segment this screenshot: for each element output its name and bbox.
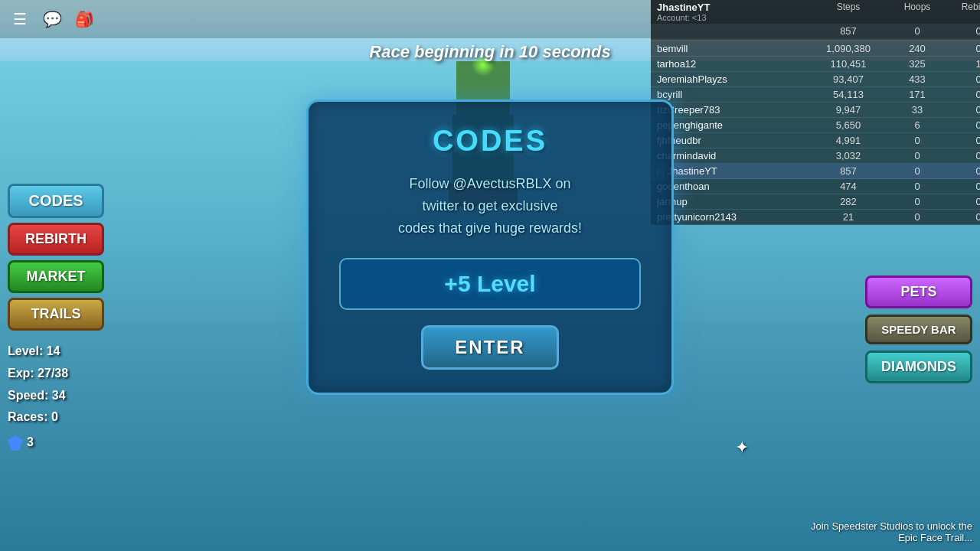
- left-stats: Level: 14 Exp: 27/38 Speed: 34 Races: 0 …: [8, 341, 68, 454]
- lb-header-user: JhastineYT Account: <13: [657, 2, 810, 22]
- pets-button[interactable]: PETS: [865, 276, 972, 308]
- speedy-button[interactable]: SPEEDY BAR: [865, 315, 972, 344]
- player-name: godenthoan: [657, 181, 810, 192]
- leaderboard-row: tarhoa12 110,451 325 1 8: [651, 57, 980, 72]
- player-rebirths: 0: [948, 104, 980, 116]
- diamonds-button[interactable]: DIAMONDS: [865, 350, 972, 383]
- player-rebirths: 0: [948, 165, 980, 177]
- modal-description: Follow @AvectusRBLX ontwitter to get exc…: [339, 173, 641, 239]
- player-steps: 9,947: [810, 104, 887, 116]
- modal-enter-button[interactable]: ENTER: [421, 325, 559, 370]
- left-sidebar: CODES REBIRTH MARKET TRAILS: [8, 184, 104, 331]
- player-name: charmindavid: [657, 150, 810, 161]
- my-username: JhastineYT: [657, 2, 810, 13]
- lb-col-steps: Steps: [810, 2, 887, 22]
- player-steps: 93,407: [810, 73, 887, 85]
- player-steps: 4,991: [810, 135, 887, 146]
- right-sidebar: PETS SPEEDY BAR DIAMONDS: [865, 276, 972, 383]
- leaderboard-row: bemvill 1,090,380 240 0 11: [651, 41, 980, 57]
- player-name: bcyrill: [657, 89, 810, 100]
- player-steps: 1,090,380: [810, 43, 887, 54]
- player-steps: 857: [810, 165, 887, 177]
- player-rebirths: 0: [948, 196, 980, 207]
- player-steps: 474: [810, 181, 887, 192]
- player-hoops: 0: [887, 165, 948, 177]
- leaderboard-row: charmindavid 3,032 0 0 0: [651, 148, 980, 164]
- menu-icon[interactable]: ☰: [8, 7, 32, 31]
- lb-col-rebirths: Rebirths: [948, 2, 980, 22]
- player-steps: 5,650: [810, 119, 887, 131]
- player-username: tarhoa12: [657, 58, 696, 70]
- market-button[interactable]: MARKET: [8, 260, 104, 293]
- leaderboard-row: JeremiahPlayzs 93,407 433 0 0: [651, 72, 980, 87]
- leaderboard-row: bcyrill 54,113 171 0 0: [651, 87, 980, 103]
- player-rebirths: 0: [948, 211, 980, 223]
- player-name: prettyunicorn2143: [657, 211, 810, 223]
- my-rebirths: 0: [948, 25, 980, 37]
- player-rebirths: 0: [948, 150, 980, 161]
- leaderboard-row: [-] JhastineYT 857 0 0 0: [651, 164, 980, 179]
- player-hoops: 240: [887, 43, 948, 54]
- player-rebirths: 0: [948, 135, 980, 146]
- bottom-line2: Epic Face Trail...: [811, 532, 972, 543]
- player-hoops: 6: [887, 119, 948, 131]
- leaderboard-rows: bemvill 1,090,380 240 0 11 tarhoa12 110,…: [651, 41, 980, 225]
- player-hoops: 0: [887, 196, 948, 207]
- speed-stat: Speed: 34: [8, 385, 68, 407]
- player-steps: 110,451: [810, 58, 887, 70]
- my-hoops: 0: [887, 25, 948, 37]
- modal-box[interactable]: CODES Follow @AvectusRBLX ontwitter to g…: [306, 99, 674, 395]
- player-hoops: 433: [887, 73, 948, 85]
- player-steps: 54,113: [810, 89, 887, 100]
- player-rebirths: 0: [948, 119, 980, 131]
- leaderboard-row: jarthup 282 0 0 0: [651, 194, 980, 210]
- leaderboard-panel: JhastineYT Account: <13 Steps Hoops Rebi…: [651, 0, 980, 225]
- player-name: bemvill: [657, 43, 810, 54]
- player-rebirths: 0: [948, 181, 980, 192]
- race-notification: Race beginning in 10 seconds: [369, 42, 610, 62]
- player-hoops: 0: [887, 150, 948, 161]
- leaderboard-row: pepenghigante 5,650 6 0 0: [651, 118, 980, 133]
- player-rebirths: 0: [948, 43, 980, 54]
- player-hoops: 325: [887, 58, 948, 70]
- player-name: JeremiahPlayzs: [657, 73, 810, 85]
- player-hoops: 0: [887, 135, 948, 146]
- level-stat: Level: 14: [8, 341, 68, 363]
- player-name: jarthup: [657, 196, 810, 207]
- leaderboard-row: prettyunicorn2143 21 0 0 0: [651, 210, 980, 225]
- bag-icon[interactable]: 🎒: [72, 7, 96, 31]
- player-name: pepenghigante: [657, 119, 810, 131]
- codes-button[interactable]: CODES: [8, 184, 104, 218]
- player-rebirths: 0: [948, 89, 980, 100]
- my-account: Account: <13: [657, 13, 810, 22]
- player-rebirths: 0: [948, 73, 980, 85]
- bottom-line1: Join Speedster Studios to unlock the: [811, 520, 972, 532]
- player-hoops: 171: [887, 89, 948, 100]
- my-steps: 857: [810, 25, 887, 37]
- leaderboard-row: fjhfheudbr 4,991 0 0 0: [651, 133, 980, 148]
- modal-reward-area[interactable]: +5 Level: [339, 258, 641, 310]
- diamond-icon: [8, 435, 23, 451]
- player-hoops: 0: [887, 211, 948, 223]
- leaderboard-row: godenthoan 474 0 0 0: [651, 179, 980, 194]
- player-steps: 21: [810, 211, 887, 223]
- my-stats-row: 857 0 0 0: [651, 24, 980, 41]
- lb-col-hoops: Hoops: [887, 2, 948, 22]
- player-name: fjhfheudbr: [657, 135, 810, 146]
- player-steps: 3,032: [810, 150, 887, 161]
- player-name: ItzCreeper783: [657, 104, 810, 116]
- diamonds-value: 3: [27, 432, 34, 454]
- player-username: JeremiahPlayzs: [657, 73, 727, 85]
- leaderboard-row: ItzCreeper783 9,947 33 0 0: [651, 103, 980, 118]
- leaderboard-header: JhastineYT Account: <13 Steps Hoops Rebi…: [651, 0, 980, 24]
- races-stat: Races: 0: [8, 406, 68, 429]
- trails-button[interactable]: TRAILS: [8, 298, 104, 331]
- player-username: JhastineYT: [668, 165, 717, 177]
- player-steps: 282: [810, 196, 887, 207]
- player-name: [-] JhastineYT: [657, 165, 810, 177]
- diamonds-stat: 3: [8, 432, 68, 454]
- rebirth-button[interactable]: REBIRTH: [8, 223, 104, 256]
- bottom-right-text: Join Speedster Studios to unlock the Epi…: [811, 520, 972, 543]
- modal-reward-text: +5 Level: [444, 271, 535, 296]
- chat-icon[interactable]: 💬: [40, 7, 64, 31]
